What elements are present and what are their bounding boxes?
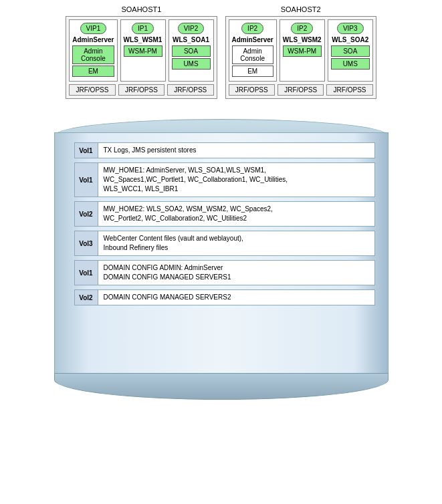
jrf-cell-2b: JRF/OPSS: [278, 84, 324, 96]
wsm-pm-2: WSM-PM: [283, 45, 322, 57]
vol-label-1: Vol1: [74, 162, 98, 197]
hosts-diagram: SOAHOST1 VIP1 AdminServer AdminConsole E…: [0, 0, 442, 99]
soahost1-block: SOAHOST1 VIP1 AdminServer AdminConsole E…: [66, 5, 217, 99]
soa-2: SOA: [331, 45, 370, 57]
soahost2-block: SOAHOST2 IP2 AdminServer AdminConsole EM…: [225, 5, 376, 99]
vol-content-3: WebCenter Content files (vault and webla…: [98, 231, 375, 256]
vol-content-0: TX Logs, JMS persistent stores: [98, 142, 375, 158]
vol-row-5: Vol2 DOMAIN CONFIG MANAGED SERVERS2: [74, 289, 375, 305]
jrf-cell-1b: JRF/OPSS: [118, 84, 164, 96]
adminserver2-title: AdminServer: [232, 36, 273, 43]
vip3-pill: VIP3: [337, 23, 364, 34]
cylinder-bottom: [54, 373, 389, 400]
jrf-cell-1c: JRF/OPSS: [167, 84, 213, 96]
ip2-pill-b: IP2: [291, 23, 313, 34]
vol-label-3: Vol3: [74, 231, 98, 256]
soahost1-label: SOAHOST1: [66, 5, 217, 13]
wls-wsm1-title: WLS_WSM1: [124, 36, 162, 43]
wls-soa1-box: VIP2 WLS_SOA1 SOA UMS: [169, 19, 214, 82]
wls-soa1-title: WLS_SOA1: [173, 36, 209, 43]
vol-content-5: DOMAIN CONFIG MANAGED SERVERS2: [98, 289, 375, 305]
ip2-pill-a: IP2: [241, 23, 263, 34]
ums-2: UMS: [331, 58, 370, 70]
soahost2-label: SOAHOST2: [225, 5, 376, 13]
jrf-cell-2c: JRF/OPSS: [326, 84, 372, 96]
soahost2-container: IP2 AdminServer AdminConsole EM IP2 WLS_…: [225, 16, 376, 99]
vol-row-4: Vol1 DOMAIN CONFIG ADMIN: AdminServerDOM…: [74, 260, 375, 285]
vol-row-2: Vol2 MW_HOME2: WLS_SOA2, WSM_WSM2, WC_Sp…: [74, 201, 375, 227]
vol-row-1: Vol1 MW_HOME1: AdminServer, WLS_SOA1,WLS…: [74, 162, 375, 197]
wls-soa2-box: VIP3 WLS_SOA2 SOA UMS: [328, 19, 373, 82]
vol-content-2: MW_HOME2: WLS_SOA2, WSM_WSM2, WC_Spaces2…: [98, 201, 375, 227]
adminserver1-title: AdminServer: [72, 36, 114, 43]
jrf-row-1: JRF/OPSS JRF/OPSS JRF/OPSS: [69, 84, 213, 96]
vol-label-5: Vol2: [74, 289, 98, 305]
vol-row-0: Vol1 TX Logs, JMS persistent stores: [74, 142, 375, 158]
wsm-pm-1: WSM-PM: [124, 45, 162, 57]
em-1: EM: [72, 66, 114, 77]
wls-wsm2-box: IP2 WLS_WSM2 WSM-PM: [280, 19, 325, 82]
storage-diagram: Vol1 TX Logs, JMS persistent stores Vol1…: [34, 106, 409, 400]
soahost2-servers: IP2 AdminServer AdminConsole EM IP2 WLS_…: [229, 19, 373, 82]
vip2-pill: VIP2: [178, 23, 205, 34]
vol-row-3: Vol3 WebCenter Content files (vault and …: [74, 231, 375, 256]
soa-1: SOA: [172, 45, 211, 57]
adminserver2-box: IP2 AdminServer AdminConsole EM: [229, 19, 277, 82]
jrf-row-2: JRF/OPSS JRF/OPSS JRF/OPSS: [229, 84, 373, 96]
admin-console-2: AdminConsole: [232, 45, 273, 64]
ip1-pill: IP1: [132, 23, 154, 34]
adminserver1-box: VIP1 AdminServer AdminConsole EM: [69, 19, 117, 82]
admin-console-1: AdminConsole: [72, 45, 114, 64]
soahost1-container: VIP1 AdminServer AdminConsole EM IP1 WLS…: [66, 16, 217, 99]
vol-label-4: Vol1: [74, 260, 98, 285]
vol-content-4: DOMAIN CONFIG ADMIN: AdminServerDOMAIN C…: [98, 260, 375, 285]
wls-wsm1-box: IP1 WLS_WSM1 WSM-PM: [120, 19, 166, 82]
em-2: EM: [232, 66, 273, 77]
vol-label-2: Vol2: [74, 201, 98, 227]
wls-wsm2-title: WLS_WSM2: [283, 36, 322, 43]
wls-soa2-title: WLS_SOA2: [332, 36, 368, 43]
soahost1-servers: VIP1 AdminServer AdminConsole EM IP1 WLS…: [69, 19, 213, 82]
volume-rows: Vol1 TX Logs, JMS persistent stores Vol1…: [74, 142, 375, 305]
ums-1: UMS: [172, 58, 211, 70]
vol-label-0: Vol1: [74, 142, 98, 158]
jrf-cell-1a: JRF/OPSS: [69, 84, 115, 96]
jrf-cell-2a: JRF/OPSS: [229, 84, 275, 96]
vol-content-1: MW_HOME1: AdminServer, WLS_SOA1,WLS_WSM1…: [98, 162, 375, 197]
vip1-pill: VIP1: [80, 23, 107, 34]
